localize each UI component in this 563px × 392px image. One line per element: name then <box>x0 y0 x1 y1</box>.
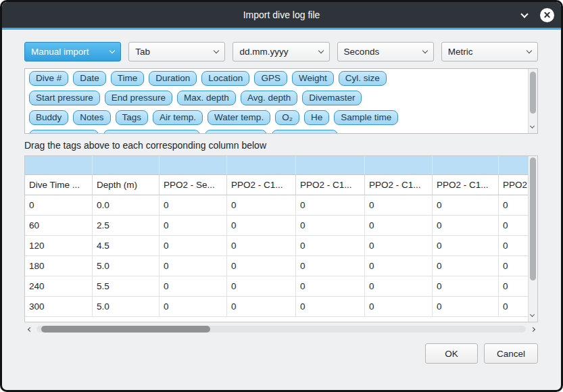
tag-avg-depth[interactable]: Avg. depth <box>241 91 297 105</box>
tag-sample-temperature[interactable]: Sample temperature <box>103 130 199 134</box>
scroll-left-button[interactable] <box>26 328 34 331</box>
cell: 0 <box>499 195 532 216</box>
tag-start-pressure[interactable]: Start pressure <box>29 91 100 105</box>
drop-target-col-5[interactable] <box>365 156 433 175</box>
column-header-6[interactable]: PPO2 - C1... <box>433 175 499 195</box>
tag-scrollbar-handle[interactable] <box>530 72 536 114</box>
cell: 0 <box>433 195 499 216</box>
tag-buddy[interactable]: Buddy <box>29 110 68 125</box>
cell: 0 <box>433 297 499 317</box>
combo-selected-value: dd.mm.yyyy <box>239 47 288 57</box>
tag-date[interactable]: Date <box>73 71 106 86</box>
cell: 0 <box>227 276 296 297</box>
column-header-5[interactable]: PPO2 - C1... <box>365 175 433 195</box>
combo-field-separator[interactable]: Tab <box>128 42 225 62</box>
combo-date-format[interactable]: dd.mm.yyyy <box>232 42 329 62</box>
tag-he[interactable]: He <box>304 110 329 125</box>
tag-max-depth[interactable]: Max. depth <box>177 91 236 105</box>
drop-target-col-7[interactable] <box>499 156 532 175</box>
ok-button[interactable]: OK <box>425 343 478 364</box>
titlebar[interactable]: Import dive log file <box>2 2 561 28</box>
tag-end-pressure[interactable]: End pressure <box>105 91 172 105</box>
tag-duration[interactable]: Duration <box>149 71 197 86</box>
column-header-1[interactable]: Depth (m) <box>93 175 160 195</box>
window-title: Import dive log file <box>243 9 320 20</box>
cell: 0 <box>160 297 227 317</box>
tag-row: BuddyNotesTagsAir temp.Water temp.O₂HeSa… <box>29 110 533 125</box>
cell: 240 <box>25 276 93 297</box>
drop-target-col-6[interactable] <box>433 156 499 175</box>
cell: 0 <box>296 216 365 236</box>
cell: 300 <box>25 297 93 317</box>
shade-window-button[interactable] <box>517 7 532 22</box>
drop-target-col-2[interactable] <box>160 156 227 175</box>
column-header-7[interactable]: PPO2 <box>499 175 532 195</box>
cell: 0 <box>499 236 532 256</box>
horizontal-scrollbar-handle[interactable] <box>41 326 210 333</box>
tag-sample-depth[interactable]: Sample depth <box>29 130 99 134</box>
tag-o[interactable]: O₂ <box>275 110 299 125</box>
cell: 0 <box>227 216 296 236</box>
horizontal-scrollbar-track[interactable] <box>36 326 526 333</box>
tag-sample-cns[interactable]: Sample CNS <box>272 130 338 134</box>
tag-dive[interactable]: Dive # <box>29 71 68 86</box>
instruction-text: Drag the tags above to each correspondin… <box>24 140 538 151</box>
drop-target-col-1[interactable] <box>93 156 160 175</box>
cell: 0 <box>499 276 532 297</box>
tag-location[interactable]: Location <box>201 71 249 86</box>
tag-tags[interactable]: Tags <box>116 110 149 125</box>
column-header-2[interactable]: PPO2 - Se... <box>160 175 227 195</box>
close-icon[interactable] <box>540 8 554 22</box>
cell: 0 <box>160 256 227 276</box>
drop-target-col-3[interactable] <box>227 156 296 175</box>
tag-time[interactable]: Time <box>111 71 145 86</box>
tag-air-temp[interactable]: Air temp. <box>153 110 203 125</box>
tag-divemaster[interactable]: Divemaster <box>302 91 362 105</box>
chevron-right-icon <box>530 326 535 331</box>
scroll-down-button[interactable] <box>531 118 534 130</box>
combo-selected-value: Manual import <box>31 47 89 57</box>
tag-sample-po[interactable]: Sample pO₂ <box>205 130 268 134</box>
chevron-down-icon <box>109 48 115 53</box>
drop-target-col-4[interactable] <box>296 156 365 175</box>
combo-import-mode[interactable]: Manual import <box>24 42 121 62</box>
scroll-down-button[interactable] <box>531 307 534 319</box>
table-row: 602.5000000 <box>25 216 532 236</box>
table-scrollbar-handle[interactable] <box>530 157 536 280</box>
cell: 0 <box>499 256 532 276</box>
cell: 0 <box>365 216 433 236</box>
tag-scrollbar[interactable] <box>528 69 537 133</box>
drop-target-row <box>25 156 532 175</box>
import-dialog-window: Import dive log file Manual importTabdd.… <box>0 0 563 392</box>
column-header-0[interactable]: Dive Time ... <box>25 175 93 195</box>
dialog-body: Manual importTabdd.mm.yyyySecondsMetric … <box>2 30 561 364</box>
column-header-3[interactable]: PPO2 - C1... <box>227 175 296 195</box>
combo-units[interactable]: Metric <box>441 42 538 62</box>
cell: 0 <box>227 236 296 256</box>
table-scrollbar[interactable] <box>528 156 537 322</box>
chevron-down-icon <box>530 124 535 128</box>
column-header-4[interactable]: PPO2 - C1... <box>296 175 365 195</box>
tag-water-temp[interactable]: Water temp. <box>207 110 270 125</box>
tag-cyl-size[interactable]: Cyl. size <box>339 71 387 86</box>
table-row: 3005.0000000 <box>25 297 532 317</box>
tag-notes[interactable]: Notes <box>73 110 110 125</box>
combo-time-format[interactable]: Seconds <box>337 42 434 62</box>
chevron-left-icon <box>27 326 32 331</box>
tag-weight[interactable]: Weight <box>292 71 334 86</box>
import-preview-table: Dive Time ...Depth (m)PPO2 - Se...PPO2 -… <box>24 155 538 322</box>
cancel-button[interactable]: Cancel <box>484 343 538 364</box>
tag-list: Dive #DateTimeDurationLocationGPSWeightC… <box>25 69 537 134</box>
cell: 0 <box>365 256 433 276</box>
table-row: 1805.0000000 <box>25 256 532 276</box>
horizontal-scrollbar[interactable] <box>24 324 538 334</box>
chevron-down-icon <box>520 10 528 18</box>
cell: 0 <box>227 256 296 276</box>
tag-gps[interactable]: GPS <box>254 71 287 86</box>
scroll-right-button[interactable] <box>529 328 537 331</box>
tag-sample-time[interactable]: Sample time <box>334 110 398 125</box>
cell: 0 <box>296 256 365 276</box>
cell: 0 <box>365 195 433 216</box>
cell: 180 <box>25 256 93 276</box>
drop-target-col-0[interactable] <box>25 156 93 175</box>
